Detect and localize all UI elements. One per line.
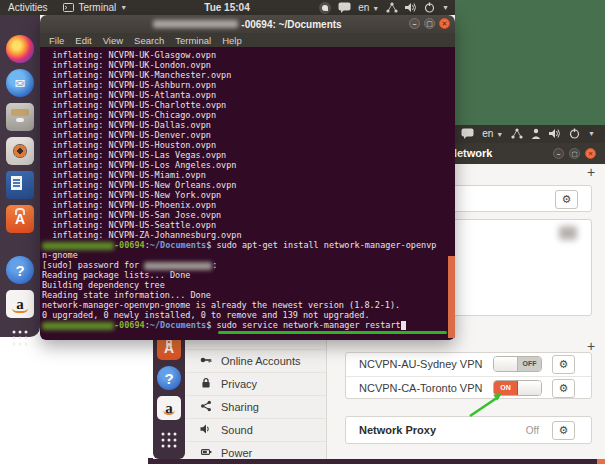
help-icon[interactable]: ? bbox=[157, 366, 181, 390]
power-icon[interactable] bbox=[424, 2, 435, 13]
terminal-text: inflating: NCVPN-US-Chicago.ovpn bbox=[42, 110, 216, 120]
terminal-text: inflating: NCVPN-ZA-Johannesburg.ovpn bbox=[42, 230, 242, 240]
menu-item-search[interactable]: Search bbox=[134, 35, 164, 46]
terminal-line: inflating: NCVPN-US-San Jose.ovpn bbox=[42, 210, 455, 220]
vpn-card: NCVPN-AU-Sydney VPNOFF⚙NCVPN-CA-Toronto … bbox=[345, 352, 592, 399]
volume-icon[interactable] bbox=[405, 2, 417, 13]
power-icon[interactable] bbox=[569, 128, 580, 139]
vpn-toggle[interactable]: ON bbox=[493, 380, 542, 396]
app-grid-icon[interactable] bbox=[157, 428, 181, 452]
sidebar-item-label: Sharing bbox=[221, 401, 259, 413]
terminal-text: n-gnome bbox=[42, 250, 78, 260]
menu-item-edit[interactable]: Edit bbox=[75, 35, 91, 46]
terminal-text: inflating: NCVPN-US-Denver.ovpn bbox=[42, 130, 211, 140]
top-bar: Activities Terminal▼ Tue 15:04 en ▼ ▼ bbox=[0, 0, 455, 15]
chat-icon[interactable] bbox=[461, 128, 474, 139]
terminal-text: inflating: NCVPN-US-San Jose.ovpn bbox=[42, 210, 221, 220]
terminal-text: inflating: NCVPN-US-Miami.ovpn bbox=[42, 170, 206, 180]
terminal-line: inflating: NCVPN-US-Dallas.ovpn bbox=[42, 120, 455, 130]
terminal-icon bbox=[63, 3, 74, 12]
minimize-button[interactable]: – bbox=[553, 148, 564, 159]
terminal-line: inflating: NCVPN-UK-Manchester.ovpn bbox=[42, 70, 455, 80]
user-icon[interactable] bbox=[531, 128, 541, 139]
thunderbird-icon[interactable]: ✉ bbox=[6, 69, 34, 97]
command-underline-annotation bbox=[218, 331, 447, 334]
terminal-text: inflating: NCVPN-US-Ashburn.ovpn bbox=[42, 80, 216, 90]
amazon-icon[interactable]: a bbox=[6, 290, 34, 318]
terminal-line: network-manager-openvpn-gnome is already… bbox=[42, 300, 455, 310]
app-menu[interactable]: Terminal▼ bbox=[55, 2, 135, 13]
terminal-output[interactable]: inflating: NCVPN-UK-Glasgow.ovpn inflati… bbox=[40, 47, 455, 340]
terminal-text: inflating: NCVPN-US-Atlanta.ovpn bbox=[42, 90, 216, 100]
toggle-handle bbox=[494, 357, 517, 371]
terminal-line: inflating: NCVPN-US-Chicago.ovpn bbox=[42, 110, 455, 120]
background-dock: A?a bbox=[153, 336, 185, 459]
firefox-icon[interactable] bbox=[6, 35, 34, 63]
terminal-text: : bbox=[212, 260, 217, 270]
terminal-line: Building dependency tree bbox=[42, 280, 455, 290]
sidebar-item-label: Sound bbox=[221, 424, 253, 436]
network-icon[interactable] bbox=[386, 2, 398, 13]
volume-icon[interactable] bbox=[549, 128, 561, 139]
maximize-button[interactable]: ▢ bbox=[424, 18, 435, 29]
terminal-titlebar[interactable]: -00694: ~/Documents – ▢ ✕ bbox=[40, 15, 455, 33]
sidebar-item-online-accounts[interactable]: Online Accounts bbox=[184, 349, 326, 372]
terminal-line: inflating: NCVPN-US-Ashburn.ovpn bbox=[42, 80, 455, 90]
rhythmbox-icon[interactable] bbox=[6, 137, 34, 165]
sidebar-item-label: Online Accounts bbox=[221, 355, 301, 367]
network-icon[interactable] bbox=[511, 128, 523, 139]
indicator-icon[interactable] bbox=[319, 2, 331, 14]
terminal-line: Reading package lists... Done bbox=[42, 270, 455, 280]
clock[interactable]: Tue 15:04 bbox=[204, 2, 249, 13]
terminal-text: inflating: NCVPN-UK-Glasgow.ovpn bbox=[42, 50, 216, 60]
writer-icon[interactable] bbox=[6, 171, 34, 199]
menu-item-file[interactable]: File bbox=[49, 35, 64, 46]
sidebar-item-sound[interactable]: Sound bbox=[184, 418, 326, 441]
sidebar-item-sharing[interactable]: Sharing bbox=[184, 395, 326, 418]
dock: ✉A?a bbox=[0, 15, 40, 337]
help-icon[interactable]: ? bbox=[6, 256, 34, 284]
files-icon[interactable] bbox=[6, 103, 34, 131]
add-wired-button[interactable]: + bbox=[584, 166, 598, 180]
proxy-settings-gear-button[interactable]: ⚙ bbox=[552, 421, 575, 440]
chevron-down-icon[interactable]: ▼ bbox=[442, 4, 449, 11]
menu-item-terminal[interactable]: Terminal bbox=[175, 35, 211, 46]
wired-settings-gear-button[interactable]: ⚙ bbox=[555, 190, 578, 209]
blurred-username bbox=[153, 20, 238, 28]
language-indicator[interactable]: en ▼ bbox=[358, 2, 379, 13]
terminal-text: inflating: NCVPN-US-Dallas.ovpn bbox=[42, 120, 211, 130]
terminal-text: -00694 bbox=[114, 240, 145, 250]
app-grid-icon[interactable] bbox=[6, 324, 34, 352]
software-icon[interactable]: A bbox=[6, 205, 34, 233]
minimize-button[interactable]: – bbox=[409, 18, 420, 29]
terminal-line: inflating: NCVPN-US-Charlotte.ovpn bbox=[42, 100, 455, 110]
close-button[interactable]: ✕ bbox=[585, 148, 596, 159]
vpn-settings-gear-button[interactable]: ⚙ bbox=[552, 379, 575, 398]
chat-icon[interactable] bbox=[338, 2, 351, 13]
vpn-settings-gear-button[interactable]: ⚙ bbox=[552, 355, 575, 374]
online-accounts-icon bbox=[200, 354, 212, 368]
sidebar-item-power[interactable]: Power bbox=[184, 441, 326, 464]
terminal-text: inflating: NCVPN-UK-London.ovpn bbox=[42, 60, 211, 70]
chevron-down-icon[interactable]: ▼ bbox=[588, 130, 595, 137]
terminal-line: inflating: NCVPN-ZA-Johannesburg.ovpn bbox=[42, 230, 455, 240]
terminal-line: -00694:~/Documents$ sudo service network… bbox=[42, 320, 455, 330]
language-indicator[interactable]: en ▼ bbox=[482, 128, 503, 139]
terminal-text: inflating: NCVPN-US-Phoenix.ovpn bbox=[42, 200, 216, 210]
terminal-text: 0 upgraded, 0 newly installed, 0 to remo… bbox=[42, 310, 370, 320]
menu-item-help[interactable]: Help bbox=[222, 35, 242, 46]
vpn-name: NCVPN-AU-Sydney VPN bbox=[359, 358, 482, 370]
maximize-button[interactable]: ▢ bbox=[569, 148, 580, 159]
amazon-icon[interactable]: a bbox=[157, 396, 181, 420]
terminal-text: sudo service network-manager restart bbox=[216, 320, 400, 330]
activities-button[interactable]: Activities bbox=[0, 2, 55, 13]
sidebar-item-privacy[interactable]: Privacy bbox=[184, 372, 326, 395]
terminal-text: ~/Documents bbox=[150, 240, 206, 250]
vpn-toggle[interactable]: OFF bbox=[493, 356, 542, 372]
blurred-gear bbox=[559, 226, 577, 240]
terminal-text: network-manager-openvpn-gnome is already… bbox=[42, 300, 400, 310]
close-button[interactable]: ✕ bbox=[439, 18, 450, 29]
terminal-text: $ bbox=[206, 320, 216, 330]
sidebar-item-label: Privacy bbox=[221, 378, 257, 390]
menu-item-view[interactable]: View bbox=[103, 35, 123, 46]
